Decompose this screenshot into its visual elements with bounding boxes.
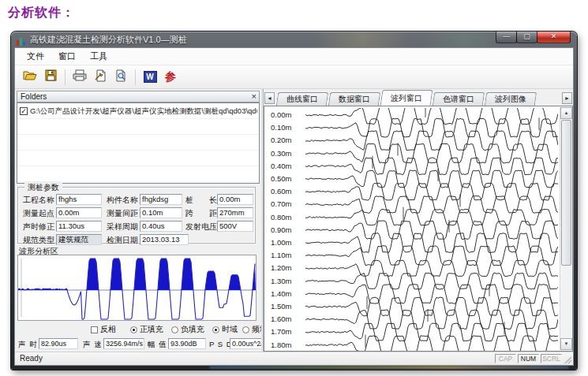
depth-label: 0.00m: [271, 110, 291, 119]
num-indicator: NUM: [518, 354, 539, 363]
keyboard-indicators: CAP NUM SCRL: [495, 354, 562, 363]
measure-interval-field[interactable]: 0.10m: [140, 207, 182, 218]
parameter-icon: 参: [165, 70, 176, 84]
radio-icon: [212, 326, 219, 333]
scroll-indicator: SCRL: [541, 354, 562, 363]
measure-start-field[interactable]: 0.00m: [56, 207, 102, 218]
radio-icon: [242, 326, 249, 333]
tab-scroll-left-icon[interactable]: ◄: [264, 92, 275, 104]
folder-list[interactable]: ✓ G:\公司产品设计开发\超声仪器\超声仪实地检测数据\测桩qd\qd03\q…: [17, 102, 260, 184]
depth-label: 1.70m: [271, 327, 291, 336]
pane-close-icon[interactable]: ×: [252, 91, 257, 102]
page-magnifier-icon: [114, 69, 127, 85]
folder-checkbox[interactable]: ✓: [20, 107, 28, 115]
span-field[interactable]: 270mm: [217, 207, 253, 218]
status-text: Ready: [20, 354, 43, 363]
radio-time-domain[interactable]: 时域: [212, 324, 238, 335]
print-button[interactable]: [69, 68, 90, 87]
tab-wavetrain-window[interactable]: 波列窗口: [380, 90, 433, 106]
depth-label: 0.70m: [271, 199, 291, 208]
minimize-button[interactable]: —: [496, 32, 517, 43]
export-word-button[interactable]: W: [140, 68, 160, 87]
left-pane: Folders × ✓ G:\公司产品设计开发\超声仪器\超声仪实地检测数据\测…: [15, 89, 261, 352]
printer-icon: [73, 69, 87, 84]
main-area: Folders × ✓ G:\公司产品设计开发\超声仪器\超声仪实地检测数据\测…: [15, 89, 573, 352]
scroll-up-icon[interactable]: ▲: [560, 107, 572, 119]
folder-path: G:\公司产品设计开发\超声仪器\超声仪实地检测数据\测桩qd\qd03\qd0…: [30, 106, 257, 117]
screenshot-page: 分析软件： 高铁建浇混凝土检测分析软件V1.0—测桩 — ▢ ✕ 文件 窗口 工…: [0, 0, 588, 376]
depth-label: 0.90m: [271, 225, 291, 234]
invert-checkbox[interactable]: 反相: [91, 324, 116, 335]
radio-icon: [171, 326, 178, 333]
depth-label: 0.30m: [271, 149, 291, 158]
folder-item[interactable]: ✓ G:\公司产品设计开发\超声仪器\超声仪实地检测数据\测桩qd\qd03\q…: [20, 106, 257, 117]
save-button[interactable]: [40, 68, 61, 87]
depth-label: 0.20m: [271, 136, 291, 144]
depth-label: 1.50m: [271, 302, 291, 311]
radio-negative-fill[interactable]: 负填充: [171, 324, 204, 335]
time-correction-field[interactable]: 11.30us: [56, 221, 102, 232]
test-date-field[interactable]: 2013.03.13: [140, 234, 189, 245]
save-icon: [45, 69, 57, 84]
depth-label: 1.60m: [271, 315, 291, 323]
close-button[interactable]: ✕: [537, 32, 571, 43]
pile-length-field[interactable]: 0.00m: [217, 194, 253, 205]
toolbar-separator: [65, 69, 66, 85]
depth-label: 0.50m: [271, 174, 291, 183]
radio-icon: [130, 326, 137, 333]
app-window: 高铁建浇混凝土检测分析软件V1.0—测桩 — ▢ ✕ 文件 窗口 工具: [11, 32, 577, 370]
menu-bar: 文件 窗口 工具: [15, 48, 573, 65]
parameter-button[interactable]: 参: [160, 68, 181, 87]
vertical-scrollbar[interactable]: ▲ ▼: [560, 107, 571, 350]
tab-spectrum-window[interactable]: 色谱窗口: [433, 92, 485, 106]
scrollbar-thumb[interactable]: [561, 120, 571, 266]
folders-pane-header: Folders ×: [17, 91, 260, 102]
depth-label: 0.10m: [271, 123, 291, 132]
page-hammer-icon: [94, 69, 107, 85]
depth-label: 1.40m: [271, 289, 291, 298]
project-name-field[interactable]: fhghs: [56, 194, 102, 205]
depth-label: 1.10m: [271, 251, 291, 259]
window-title: 高铁建浇混凝土检测分析软件V1.0—测桩: [30, 34, 482, 46]
app-icon: [17, 35, 27, 44]
print-setup-button[interactable]: [90, 68, 110, 87]
amplitude-label: 幅 值: [148, 340, 167, 350]
tab-wavetrain-image[interactable]: 波列图像: [485, 92, 537, 106]
analysis-plot: [17, 255, 257, 321]
menu-tools[interactable]: 工具: [83, 49, 114, 64]
page-title: 分析软件：: [8, 5, 75, 21]
sound-speed-label: 声 速: [83, 340, 103, 350]
tab-scroll-right-icon[interactable]: ►: [562, 92, 572, 104]
sound-time-field[interactable]: 82.90us: [39, 338, 78, 349]
right-pane: ◄ 曲线窗口 数据窗口 波列窗口 色谱窗口 波列图像 ► 0.00m0.10m0…: [264, 89, 573, 352]
tab-bar: ◄ 曲线窗口 数据窗口 波列窗口 色谱窗口 波列图像 ►: [264, 89, 573, 106]
depth-label: 0.60m: [271, 187, 291, 195]
checkbox-icon: [91, 326, 98, 333]
scroll-down-icon[interactable]: ▼: [560, 338, 572, 350]
print-preview-button[interactable]: [110, 68, 131, 87]
amplitude-field[interactable]: 93.90dB: [168, 338, 206, 349]
component-name-field[interactable]: fhgkdsg: [140, 194, 182, 205]
wave-traces: [305, 108, 558, 354]
tab-data-window[interactable]: 数据窗口: [328, 92, 380, 106]
analysis-controls: 反相 正填充 负填充 时域 频域: [15, 324, 261, 335]
resize-grip[interactable]: [563, 355, 572, 364]
open-button[interactable]: [20, 68, 40, 87]
folders-pane-title: Folders: [21, 92, 47, 101]
caps-indicator: CAP: [495, 354, 516, 363]
spec-type-field[interactable]: 建筑规范: [56, 234, 102, 245]
toolbar: W 参: [15, 65, 573, 89]
radio-positive-fill[interactable]: 正填充: [130, 324, 163, 335]
menu-window[interactable]: 窗口: [51, 49, 83, 64]
sound-speed-field[interactable]: 3256.94m/s: [103, 338, 144, 349]
title-bar[interactable]: 高铁建浇混凝土检测分析软件V1.0—测桩 — ▢ ✕: [11, 32, 577, 47]
menu-file[interactable]: 文件: [20, 49, 51, 64]
sample-period-field[interactable]: 0.40us: [140, 221, 182, 232]
pile-params-group: 测桩参数 工程名称 fhghs 构件名称 fhgkdsg 桩 长 0.00m: [17, 187, 256, 244]
tab-curve-window[interactable]: 曲线窗口: [276, 92, 328, 106]
voltage-field[interactable]: 500V: [217, 221, 253, 232]
window-content: 文件 窗口 工具: [14, 47, 574, 366]
status-bar: Ready CAP NUM SCRL: [15, 352, 573, 365]
wavetrain-panel: 0.00m0.10m0.20m0.30m0.40m0.50m0.60m0.70m…: [264, 106, 573, 352]
maximize-button[interactable]: ▢: [516, 32, 537, 43]
